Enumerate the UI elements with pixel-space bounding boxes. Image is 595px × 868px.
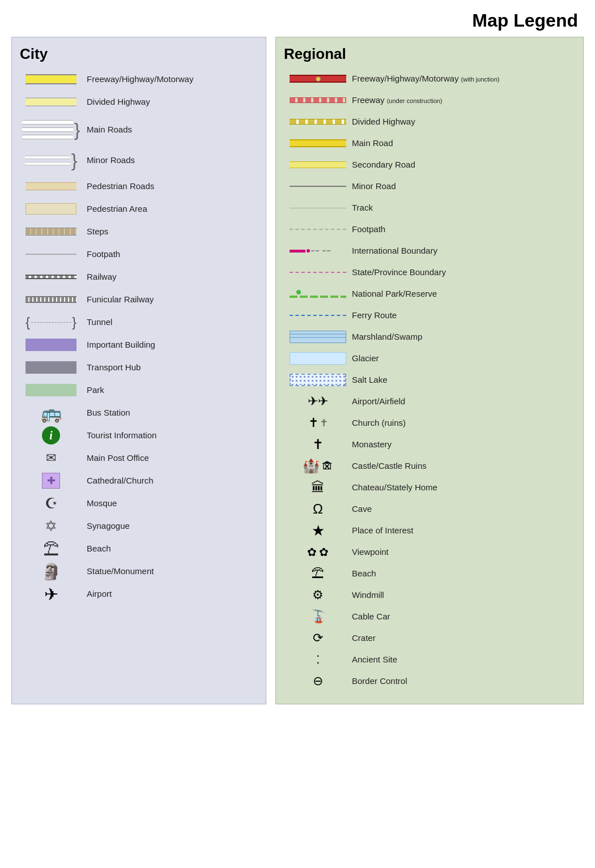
r-church-label: Church (ruins) [352, 418, 406, 428]
airport-label: Airport [82, 589, 112, 599]
main-roads-label: Main Roads [82, 125, 132, 135]
r-castle-label: Castle/Castle Ruins [352, 461, 427, 471]
r-national-park-icon [284, 290, 352, 298]
funicular-railway-icon [20, 296, 82, 303]
page-title: Map Legend [0, 0, 595, 37]
list-item: Ferry Route [284, 305, 577, 326]
r-secondary-road-icon [284, 161, 352, 168]
list-item: i Tourist Information [20, 425, 260, 446]
list-item: ★ Place of Interest [284, 520, 577, 541]
bus-station-label: Bus Station [82, 408, 130, 418]
cathedral-church-icon: ✚ [20, 473, 82, 489]
list-item: Freeway/Highway/Motorway (with junction) [284, 69, 577, 89]
r-chateau-icon: 🏛 [284, 480, 352, 495]
tunnel-label: Tunnel [82, 317, 112, 327]
list-item: Footpath [284, 219, 577, 240]
park-label: Park [82, 385, 104, 395]
beach-label: Beach [82, 544, 111, 554]
r-cave-icon: Ω [284, 501, 352, 517]
funicular-railway-label: Funicular Railway [82, 294, 154, 305]
r-ancient-site-icon: ⁚ [284, 653, 352, 666]
list-item: 🚌 Bus Station [20, 402, 260, 424]
r-cable-car-icon: 🚡 [284, 609, 352, 624]
r-airport-label: Airport/Airfield [352, 396, 405, 407]
r-monastery-label: Monastery [352, 439, 392, 450]
r-secondary-road-label: Secondary Road [352, 160, 415, 170]
list-item: Marshland/Swamp [284, 327, 577, 347]
r-viewpoint-icon: ✿ ✿ [284, 545, 352, 559]
r-place-interest-label: Place of Interest [352, 525, 413, 536]
r-crater-icon: ⟳ [284, 631, 352, 645]
main-roads-icon: } [20, 120, 82, 139]
r-salt-lake-icon [284, 374, 352, 386]
list-item: ⟳ Crater [284, 628, 577, 648]
list-item: International Boundary [284, 241, 577, 261]
list-item: ☪ Mosque [20, 493, 260, 514]
list-item: State/Province Boundary [284, 262, 577, 283]
r-footpath-icon [284, 229, 352, 230]
r-church-icon: ✝ ✝ [284, 416, 352, 430]
list-item: Main Road [284, 133, 577, 153]
r-marshland-icon [284, 331, 352, 343]
list-item: Important Building [20, 334, 260, 356]
r-cable-car-label: Cable Car [352, 612, 390, 622]
legend-columns: City Freeway/Highway/Motorway Divided Hi… [0, 37, 595, 704]
list-item: Park [20, 379, 260, 401]
list-item: Funicular Railway [20, 289, 260, 310]
steps-icon [20, 228, 82, 236]
pedestrian-roads-label: Pedestrian Roads [82, 181, 154, 191]
list-item: ⚙ Windmill [284, 585, 577, 605]
list-item: Ω Cave [284, 499, 577, 519]
r-cave-label: Cave [352, 504, 372, 514]
tourist-info-label: Tourist Information [82, 430, 156, 441]
pedestrian-roads-icon [20, 182, 82, 190]
list-item: National Park/Reserve [284, 284, 577, 304]
r-minor-road-icon [284, 186, 352, 187]
list-item: ✈ Airport [20, 583, 260, 605]
r-track-label: Track [352, 203, 373, 213]
divided-highway-icon [20, 97, 82, 106]
cathedral-church-label: Cathedral/Church [82, 476, 154, 486]
list-item: ✚ Cathedral/Church [20, 470, 260, 491]
mosque-icon: ☪ [20, 495, 82, 512]
r-glacier-icon [284, 352, 352, 365]
r-marshland-label: Marshland/Swamp [352, 332, 422, 342]
r-windmill-label: Windmill [352, 590, 384, 600]
statue-icon: 🗿 [20, 562, 82, 581]
railway-label: Railway [82, 272, 117, 282]
r-divided-label: Divided Highway [352, 117, 415, 127]
minor-roads-icon: } [20, 151, 82, 169]
pedestrian-area-icon [20, 203, 82, 215]
list-item: ✿ ✿ Viewpoint [284, 542, 577, 562]
tourist-info-icon: i [20, 426, 82, 444]
r-state-boundary-icon [284, 272, 352, 273]
list-item: 🏰 🏚 Castle/Castle Ruins [284, 456, 577, 476]
r-windmill-icon: ⚙ [284, 588, 352, 602]
r-freeway-sublabel: (with junction) [461, 76, 500, 83]
r-salt-lake-label: Salt Lake [352, 375, 388, 385]
synagogue-label: Synagogue [82, 521, 130, 531]
r-border-control-icon: ⊖ [284, 674, 352, 689]
list-item: ✝ Monastery [284, 434, 577, 455]
post-office-icon: ✉ [20, 451, 82, 465]
list-item: ⁚ Ancient Site [284, 649, 577, 670]
transport-hub-label: Transport Hub [82, 362, 141, 373]
list-item: ✉ Main Post Office [20, 447, 260, 469]
list-item: ⊖ Border Control [284, 671, 577, 691]
r-state-boundary-label: State/Province Boundary [352, 267, 446, 277]
list-item: 🗿 Statue/Monument [20, 561, 260, 582]
r-intl-boundary-icon [284, 249, 352, 253]
post-office-label: Main Post Office [82, 453, 149, 463]
r-chateau-label: Chateau/Stately Home [352, 482, 437, 493]
footpath-label: Footpath [82, 249, 120, 259]
important-building-label: Important Building [82, 340, 155, 350]
r-freeway-construction-icon [284, 97, 352, 103]
r-ancient-site-label: Ancient Site [352, 655, 397, 665]
list-item: Minor Road [284, 176, 577, 196]
r-place-interest-icon: ★ [284, 522, 352, 540]
r-beach-icon: ⛱ [284, 566, 352, 581]
r-freeway-construction-label: Freeway [352, 95, 385, 105]
city-column: City Freeway/Highway/Motorway Divided Hi… [11, 37, 266, 704]
bus-station-icon: 🚌 [20, 403, 82, 423]
list-item: ✝ ✝ Church (ruins) [284, 413, 577, 433]
